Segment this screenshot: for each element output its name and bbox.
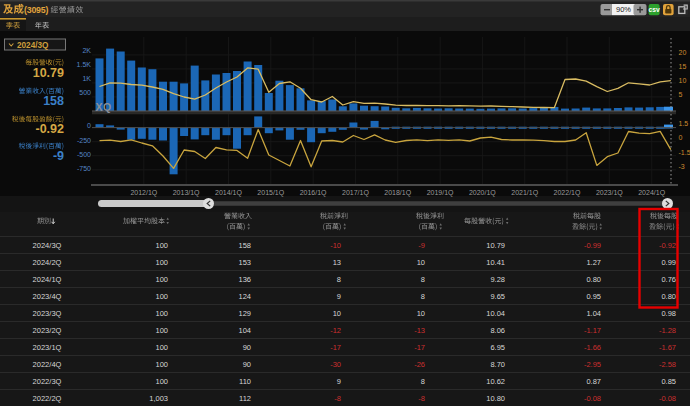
svg-text:2019/1Q: 2019/1Q [427, 189, 454, 197]
svg-text:2012/1Q: 2012/1Q [130, 189, 157, 197]
svg-text:-10: -10 [330, 241, 341, 250]
svg-text:10: 10 [333, 309, 341, 318]
svg-text:-3: -3 [679, 163, 685, 170]
svg-text:1,003: 1,003 [149, 394, 168, 403]
svg-text:0.85: 0.85 [661, 377, 676, 386]
svg-text:2024/3Q: 2024/3Q [17, 41, 49, 50]
svg-text:10.79: 10.79 [486, 241, 505, 250]
svg-text:1K: 1K [82, 75, 91, 82]
svg-text:124: 124 [238, 292, 251, 301]
svg-text:2023/1Q: 2023/1Q [33, 343, 62, 352]
svg-text:20: 20 [679, 49, 687, 56]
svg-text:100: 100 [155, 292, 168, 301]
svg-text:158: 158 [238, 241, 251, 250]
svg-text:2018/1Q: 2018/1Q [384, 189, 411, 197]
svg-text:2015/1Q: 2015/1Q [257, 189, 284, 197]
svg-text:500: 500 [79, 89, 91, 96]
svg-text:100: 100 [155, 326, 168, 335]
svg-text:-17: -17 [330, 343, 341, 352]
svg-text:0.99: 0.99 [661, 258, 676, 267]
svg-text:2020/1Q: 2020/1Q [469, 189, 496, 197]
svg-text:-12: -12 [330, 326, 341, 335]
svg-text:10.79: 10.79 [33, 66, 64, 80]
svg-text:-0.92: -0.92 [659, 241, 676, 250]
svg-text:-2.95: -2.95 [584, 360, 601, 369]
svg-text:100: 100 [155, 309, 168, 318]
svg-text:(3095): (3095) [24, 5, 48, 15]
svg-text:8: 8 [421, 292, 425, 301]
svg-text:10: 10 [417, 258, 425, 267]
svg-text:90%: 90% [616, 5, 631, 14]
svg-text:-0.08: -0.08 [659, 394, 676, 403]
svg-text:-1.17: -1.17 [584, 326, 601, 335]
svg-text:2022/2Q: 2022/2Q [33, 394, 62, 403]
svg-text:100: 100 [155, 275, 168, 284]
svg-text:1.5: 1.5 [679, 120, 689, 127]
svg-text:1.5K: 1.5K [77, 61, 92, 68]
svg-text:100: 100 [155, 241, 168, 250]
svg-text:2022/1Q: 2022/1Q [554, 189, 581, 197]
svg-text:8.06: 8.06 [490, 326, 505, 335]
svg-text:2014/1Q: 2014/1Q [215, 189, 242, 197]
svg-text:100: 100 [155, 258, 168, 267]
svg-text:104: 104 [238, 326, 251, 335]
svg-text:10: 10 [679, 77, 687, 84]
svg-text:2013/1Q: 2013/1Q [173, 189, 200, 197]
svg-text:129: 129 [238, 309, 251, 318]
svg-text:-30: -30 [330, 360, 341, 369]
svg-text:-9: -9 [418, 241, 425, 250]
svg-text:2024/1Q: 2024/1Q [33, 275, 62, 284]
svg-text:-0.92: -0.92 [36, 122, 65, 136]
svg-text:-500: -500 [77, 151, 91, 158]
svg-text:9.28: 9.28 [490, 275, 505, 284]
svg-text:1.04: 1.04 [586, 309, 601, 318]
svg-text:-17: -17 [414, 343, 425, 352]
svg-text:90: 90 [243, 360, 251, 369]
svg-text:8.70: 8.70 [490, 360, 505, 369]
svg-text:2K: 2K [82, 47, 91, 54]
svg-text:9: 9 [337, 377, 341, 386]
svg-text:2023/4Q: 2023/4Q [33, 292, 62, 301]
svg-text:5: 5 [679, 91, 683, 98]
svg-text:153: 153 [238, 258, 251, 267]
svg-text:0: 0 [87, 122, 91, 129]
svg-text:0.95: 0.95 [586, 292, 601, 301]
svg-text:2024/1Q: 2024/1Q [638, 189, 665, 197]
svg-text:10.62: 10.62 [486, 377, 505, 386]
svg-text:2023/2Q: 2023/2Q [33, 326, 62, 335]
svg-text:6.95: 6.95 [490, 343, 505, 352]
svg-text:csv: csv [648, 6, 660, 13]
svg-text:2017/1Q: 2017/1Q [342, 189, 369, 197]
svg-text:0: 0 [679, 134, 683, 141]
svg-text:110: 110 [239, 377, 251, 386]
svg-text:0.80: 0.80 [661, 292, 676, 301]
svg-text:-26: -26 [414, 360, 425, 369]
svg-text:-2.58: -2.58 [659, 360, 676, 369]
svg-text:10: 10 [417, 309, 425, 318]
svg-text:2016/1Q: 2016/1Q [300, 189, 327, 197]
svg-text:-13: -13 [414, 326, 425, 335]
svg-text:-1.67: -1.67 [659, 343, 676, 352]
svg-text:15: 15 [679, 63, 687, 70]
svg-text:2023/3Q: 2023/3Q [33, 309, 62, 318]
svg-text:10.41: 10.41 [486, 258, 505, 267]
svg-text:100: 100 [155, 360, 168, 369]
svg-text:112: 112 [239, 394, 251, 403]
svg-text:8: 8 [421, 377, 425, 386]
svg-text:0.87: 0.87 [586, 377, 601, 386]
svg-text:90: 90 [243, 343, 251, 352]
svg-text:9: 9 [337, 292, 341, 301]
svg-text:-8: -8 [334, 394, 341, 403]
svg-text:1.27: 1.27 [586, 258, 601, 267]
svg-text:2022/4Q: 2022/4Q [33, 360, 62, 369]
svg-text:10.80: 10.80 [486, 394, 505, 403]
svg-text:0.98: 0.98 [661, 309, 676, 318]
svg-text:2021/1Q: 2021/1Q [511, 189, 538, 197]
svg-text:2023/1Q: 2023/1Q [596, 189, 623, 197]
svg-text:2022/3Q: 2022/3Q [33, 377, 62, 386]
svg-text:100: 100 [155, 343, 168, 352]
svg-text:100: 100 [155, 377, 168, 386]
svg-text:-0.99: -0.99 [584, 241, 601, 250]
svg-text:-1.66: -1.66 [584, 343, 601, 352]
svg-text:9.65: 9.65 [490, 292, 505, 301]
